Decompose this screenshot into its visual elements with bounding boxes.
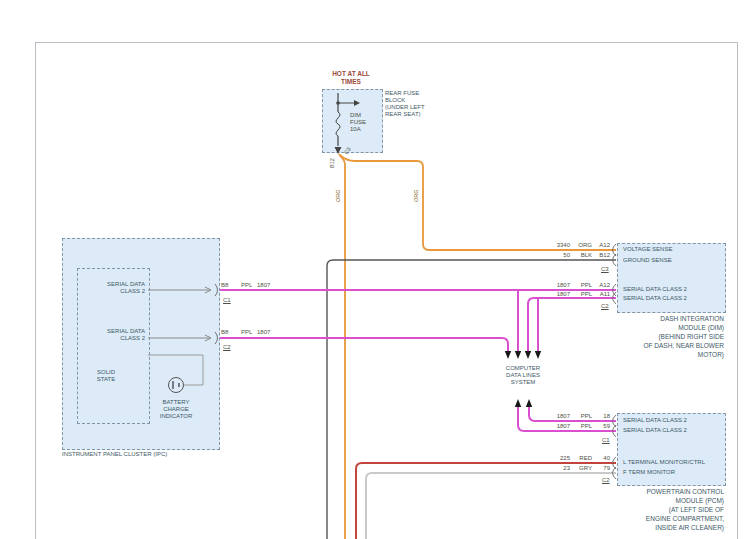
ppl-wire-ipc-c2	[220, 338, 508, 351]
wire-label-row: 23 GRY 79	[544, 465, 610, 472]
ipc-circuit-2: 1807	[257, 329, 270, 336]
ipc-serial-label-1: SERIAL DATA CLASS 2	[83, 281, 145, 295]
ipc-connector-arc-2	[215, 332, 218, 344]
fuse-pin-left-label: B12	[329, 158, 336, 168]
wire-label-row: 1807 PPL A11	[544, 291, 610, 298]
dim-connector-c2: C2	[601, 303, 609, 310]
ipc-circuit-1: 1807	[257, 282, 270, 289]
wiring-diagram-page: HOT AT ALL TIMES REAR FUSE BLOCK (UNDER …	[0, 0, 749, 539]
bus-down-arrow-icon	[525, 351, 531, 359]
orange-wire-to-dim	[340, 155, 616, 250]
ipc-title: INSTRUMENT PANEL CLUSTER (IPC)	[62, 451, 167, 458]
ipc-wire-color-2: PPL	[241, 329, 252, 336]
orange-wire-left	[339, 154, 345, 539]
dim-module-name: DASH INTEGRATION MODULE (DIM) (BEHIND RI…	[558, 314, 724, 359]
wire-label-row: 1807 PPL 18	[544, 413, 610, 420]
org-wire-tag-right: ORG	[413, 189, 420, 202]
bus-down-arrow-icon	[505, 351, 511, 359]
ipc-indicator-loop	[148, 355, 203, 385]
battery-symbol-icon	[173, 381, 179, 389]
wire-label-row: 3340 ORG A12	[544, 242, 610, 249]
rear-fuse-block-name: REAR FUSE BLOCK (UNDER LEFT REAR SEAT)	[385, 90, 425, 118]
bus-up-arrow-icon	[526, 399, 532, 407]
pcm-serial-label-2: SERIAL DATA CLASS 2	[623, 427, 687, 434]
ipc-connector-1: C1	[223, 297, 231, 304]
pcm-connector-c2: C2	[602, 477, 610, 484]
battery-charge-indicator-lamp-icon	[169, 378, 184, 393]
wire-label-row: 1807 PPL A12	[544, 282, 610, 289]
hot-at-all-times-label: HOT AT ALL TIMES	[318, 70, 384, 86]
dim-voltage-sense-label: VOLTAGE SENSE	[623, 246, 672, 253]
ipc-serial-label-2: SERIAL DATA CLASS 2	[83, 328, 145, 342]
right-arrowhead-icon	[354, 100, 360, 106]
ipc-pin-1: B8	[221, 282, 228, 289]
dim-connector-c3: C3	[601, 266, 609, 273]
fuse-element-symbol	[336, 112, 340, 136]
org-wire-tag-left: ORG	[335, 189, 342, 202]
wire-label-row: 225 RED 40	[544, 455, 610, 462]
pcm-serial-label-1: SERIAL DATA CLASS 2	[623, 417, 687, 424]
ipc-pin-2: B8	[221, 329, 228, 336]
bus-down-arrow-icon	[515, 351, 521, 359]
dim-ground-sense-label: GROUND SENSE	[623, 257, 672, 264]
pcm-f-term-label: F TERM MONITOR	[623, 469, 675, 476]
battery-charge-indicator-label: BATTERY CHARGE INDICATOR	[141, 399, 211, 420]
ipc-wire-color-1: PPL	[241, 282, 252, 289]
bus-up-arrow-icon	[515, 399, 521, 407]
wire-label-row: 1807 PPL 59	[544, 423, 610, 430]
ipc-connector-2: C2	[223, 344, 231, 351]
dim-serial-label-1: SERIAL DATA CLASS 2	[623, 286, 687, 293]
dim-serial-label-2: SERIAL DATA CLASS 2	[623, 295, 687, 302]
dim-fuse-label: DIM FUSE 10A	[350, 112, 366, 133]
down-arrowhead-icon	[335, 147, 342, 154]
bus-down-arrow-icon	[535, 351, 541, 359]
solid-state-label: SOLID STATE	[86, 369, 126, 383]
pcm-connector-c1: C1	[602, 437, 610, 444]
wire-label-row: 50 BLK B12	[544, 252, 610, 259]
computer-data-lines-label: COMPUTER DATA LINES SYSTEM	[485, 365, 561, 386]
pcm-l-terminal-label: L TERMINAL MONITOR/CTRL	[623, 459, 705, 466]
ipc-connector-arc-1	[215, 284, 218, 296]
pcm-module-name: POWERTRAIN CONTROL MODULE (PCM) (AT LEFT…	[558, 487, 724, 532]
